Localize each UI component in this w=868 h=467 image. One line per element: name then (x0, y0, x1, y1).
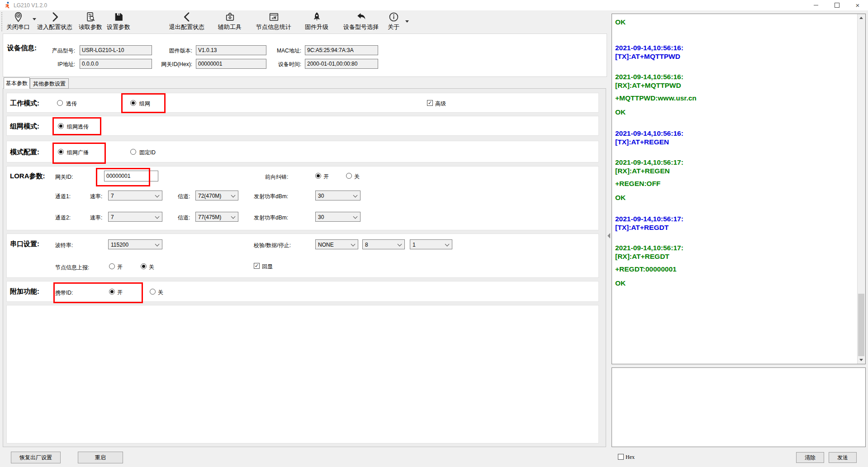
minimize-icon (814, 5, 818, 5)
mode-config-fixed-id-radio[interactable] (130, 149, 136, 155)
channel1-power-select[interactable]: 30 (315, 191, 360, 200)
serial-pin-check-icon (13, 11, 24, 23)
close-button[interactable]: × (847, 0, 868, 10)
ip-address-label: IP地址: (26, 61, 75, 68)
title-bar: LG210 V1.2.0 × (0, 0, 868, 10)
toolbar-device-model-button[interactable]: 设备型号选择 (338, 11, 384, 31)
chevron-down-icon (231, 193, 236, 198)
chevron-down-icon (231, 214, 236, 219)
toolbar-aux-tools-button[interactable]: 辅助工具 (216, 11, 243, 31)
carry-id-off-label[interactable]: 关 (158, 289, 163, 296)
gateway-id-label: 网关ID: (55, 173, 73, 181)
node-report-label: 节点信息上报: (55, 264, 89, 272)
hex-label[interactable]: Hex (626, 454, 635, 461)
mac-address-field[interactable] (305, 45, 378, 55)
toolbar-read-params-button[interactable]: 读取参数 (78, 11, 103, 31)
send-button[interactable]: 发送 (829, 452, 857, 463)
window-title: LG210 V1.2.0 (14, 2, 47, 9)
toolbar-enter-config-button[interactable]: 进入配置状态 (35, 11, 74, 31)
work-mode-transparent-label[interactable]: 透传 (66, 100, 77, 108)
product-model-field[interactable] (80, 45, 152, 55)
node-report-off-radio[interactable] (141, 263, 147, 269)
minimize-button[interactable] (806, 0, 826, 10)
product-model-label: 产品型号: (26, 47, 75, 55)
scroll-up-icon[interactable] (859, 17, 863, 19)
gateway-id-hex-field[interactable] (196, 59, 266, 69)
log-scrollbar[interactable] (857, 14, 865, 364)
ip-address-field[interactable] (80, 59, 152, 69)
chevron-down-icon (155, 193, 160, 198)
maximize-icon (835, 3, 840, 8)
log-entry: 2021-09-14,10:56:17:[RX]:AT+REGEN (615, 158, 856, 175)
about-dropdown-icon[interactable] (405, 20, 409, 23)
log-entry: 2021-09-14,10:56:16:[TX]:AT+MQTTPWD (615, 43, 856, 61)
parity-select[interactable]: NONE (315, 239, 358, 249)
log-entry: OK (615, 279, 856, 287)
send-input-box[interactable] (612, 367, 866, 447)
node-report-on-radio[interactable] (109, 263, 115, 269)
channel2-chan-select[interactable]: 77(475M) (195, 212, 238, 222)
serial-settings-title: 串口设置: (10, 240, 39, 248)
channel2-power-select[interactable]: 30 (315, 212, 360, 222)
work-mode-transparent-radio[interactable] (57, 100, 63, 106)
advanced-label[interactable]: 高级 (435, 100, 446, 108)
toolbar-close-serial-button[interactable]: 关闭串口 (4, 11, 33, 31)
tab-basic-params[interactable]: 基本参数 (4, 77, 30, 89)
document-search-icon (85, 11, 96, 23)
toolbar-firmware-upgrade-button[interactable]: 固件升级 (301, 11, 332, 31)
clear-button[interactable]: 清除 (796, 452, 824, 463)
maximize-button[interactable] (826, 0, 847, 10)
tab-other-params[interactable]: 其他参数设置 (30, 78, 69, 89)
rocket-icon (311, 11, 323, 23)
log-entry: +REGEN:OFF (615, 179, 856, 188)
firmware-version-field[interactable] (196, 45, 266, 55)
extra-functions-title: 附加功能: (10, 287, 39, 296)
node-report-on-label[interactable]: 开 (117, 263, 123, 271)
node-report-off-label[interactable]: 关 (149, 263, 154, 271)
chevron-down-icon (351, 242, 356, 247)
serial-settings-section (6, 234, 599, 278)
fec-on-label[interactable]: 开 (323, 173, 329, 181)
scroll-down-icon[interactable] (859, 359, 863, 361)
parity-data-stop-label: 校验/数据/停止: (254, 242, 291, 249)
fec-off-radio[interactable] (346, 173, 352, 179)
channel1-rate-label: 速率: (90, 193, 102, 200)
hex-checkbox[interactable] (618, 454, 624, 460)
advanced-checkbox[interactable]: ✓ (427, 100, 433, 106)
chevron-down-icon (445, 242, 450, 247)
log-entry: OK (615, 108, 856, 116)
baud-rate-select[interactable]: 115200 (108, 239, 162, 249)
scrollbar-thumb[interactable] (858, 294, 864, 356)
log-entry: 2021-09-14,10:56:17:[TX]:AT+REGDT (615, 214, 856, 232)
firmware-version-label: 固件版本: (149, 47, 192, 55)
data-bits-select[interactable]: 8 (362, 239, 405, 249)
chevron-down-icon (155, 214, 160, 219)
channel1-chan-select[interactable]: 72(470M) (195, 191, 238, 200)
fec-on-radio[interactable] (315, 173, 321, 179)
toolbar-about-button[interactable]: 关于 (384, 11, 403, 31)
work-mode-annotation-box (121, 93, 166, 113)
fec-off-label[interactable]: 关 (354, 173, 360, 181)
channel1-rate-select[interactable]: 7 (108, 191, 162, 200)
channel2-rate-select[interactable]: 7 (108, 212, 162, 222)
empty-section-area (6, 305, 599, 443)
reboot-button[interactable]: 重启 (78, 452, 123, 463)
channel2-label: 通道2: (55, 214, 71, 222)
toolbar-exit-config-button[interactable]: 退出配置状态 (167, 11, 206, 31)
toolbar-set-params-button[interactable]: 设置参数 (106, 11, 131, 31)
factory-reset-button[interactable]: 恢复出厂设置 (11, 452, 61, 463)
mode-config-fixed-id-label[interactable]: 固定ID (139, 149, 156, 157)
lora-params-title: LORA参数: (10, 172, 45, 181)
chevron-right-icon (49, 11, 61, 23)
toolbar-node-stats-button[interactable]: 节点信息统计 (251, 11, 296, 31)
carry-id-off-radio[interactable] (150, 289, 156, 295)
device-time-field[interactable] (305, 59, 378, 69)
echo-checkbox[interactable]: ✓ (254, 263, 260, 269)
channel2-power-label: 发射功率dBm: (254, 214, 288, 222)
panel-splitter-collapse-icon[interactable] (607, 233, 610, 238)
stop-bits-select[interactable]: 1 (410, 239, 452, 249)
log-output-panel[interactable]: OK 2021-09-14,10:56:16:[TX]:AT+MQTTPWD 2… (612, 14, 866, 364)
app-logo-icon (4, 1, 11, 9)
net-mode-title: 组网模式: (10, 122, 39, 131)
echo-label[interactable]: 回显 (262, 263, 273, 271)
